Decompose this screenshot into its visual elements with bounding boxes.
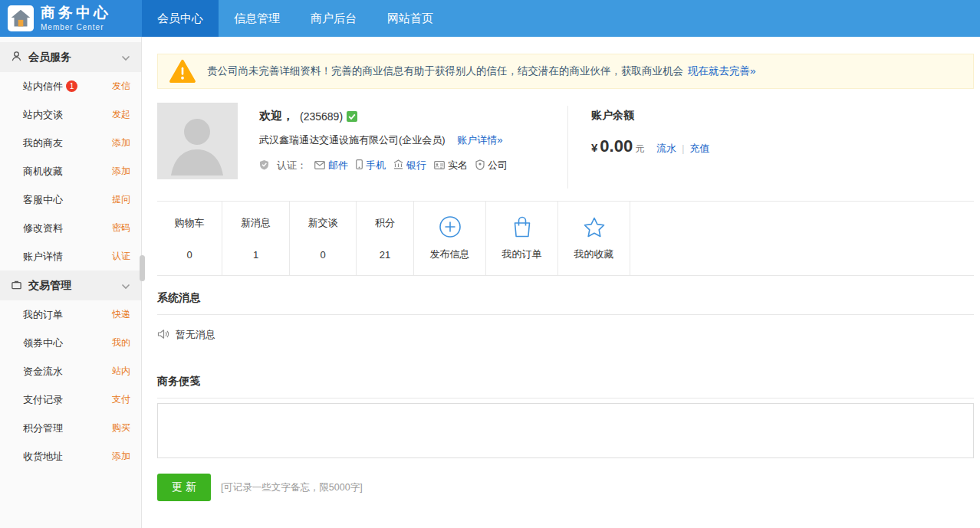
stat-points[interactable]: 积分 21	[357, 202, 414, 275]
balance-unit: 元	[635, 143, 644, 156]
sidebar-item-action[interactable]: 发信	[112, 80, 130, 93]
star-icon	[583, 216, 606, 241]
sidebar-item-action[interactable]: 我的	[112, 336, 130, 349]
profile-section: 欢迎， (235689) 武汉鑫瑞通达交通设施有限公司(企业会员) 账户详情» …	[157, 103, 974, 189]
certification-row: 认证： 邮件 手机 银行 实名	[259, 159, 567, 172]
sidebar-item-orders[interactable]: 我的订单 快递	[0, 300, 141, 329]
sidebar-item-action[interactable]: 支付	[112, 393, 130, 406]
sidebar-item-action[interactable]: 发起	[112, 108, 130, 121]
sidebar-item-action[interactable]: 密码	[112, 221, 130, 234]
briefcase-icon	[11, 279, 22, 293]
sidebar-item-action[interactable]: 添加	[112, 165, 130, 178]
tab-member-center[interactable]: 会员中心	[142, 0, 219, 37]
stat-label: 积分	[375, 216, 395, 230]
action-label: 发布信息	[430, 248, 470, 261]
company-badge-icon	[475, 159, 485, 172]
sidebar-item-action[interactable]: 添加	[112, 450, 130, 463]
action-my-favorites[interactable]: 我的收藏	[558, 202, 630, 275]
cert-label: 认证：	[277, 159, 307, 172]
sidebar-item-action[interactable]: 添加	[112, 136, 130, 149]
sidebar-item-label: 商机收藏	[23, 165, 63, 179]
member-id: (235689)	[300, 110, 343, 123]
sidebar-item-fund-flow[interactable]: 资金流水 站内	[0, 357, 141, 385]
sidebar-item-friends[interactable]: 我的商友 添加	[0, 129, 141, 157]
cert-mobile-link[interactable]: 手机	[366, 159, 386, 172]
cert-bank[interactable]: 银行	[393, 159, 426, 172]
shield-icon	[259, 159, 269, 172]
sidebar-item-action[interactable]: 站内	[112, 365, 130, 378]
cert-realname[interactable]: 实名	[434, 159, 468, 172]
main-nav: 会员中心 信息管理 商户后台 网站首页	[142, 0, 449, 37]
stat-value: 0	[186, 249, 192, 261]
stat-value: 1	[253, 249, 258, 261]
sidebar-item-action[interactable]: 提问	[112, 193, 130, 206]
chevron-down-icon	[121, 280, 130, 292]
sidebar-item-label: 站内交谈	[23, 108, 63, 122]
profile-info: 欢迎， (235689) 武汉鑫瑞通达交通设施有限公司(企业会员) 账户详情» …	[259, 103, 567, 172]
section-title: 交易管理	[28, 279, 71, 293]
sidebar-item-account-details[interactable]: 账户详情 认证	[0, 242, 141, 271]
sidebar-item-favorites[interactable]: 商机收藏 添加	[0, 157, 141, 185]
notes-hint: [可记录一些文字备忘，限5000字]	[221, 481, 363, 494]
bank-icon	[393, 159, 403, 172]
notes-actions: 更 新 [可记录一些文字备忘，限5000字]	[157, 474, 974, 501]
sidebar-item-customer-service[interactable]: 客服中心 提问	[0, 185, 141, 214]
fund-flow-link[interactable]: 流水	[656, 142, 676, 156]
recharge-link[interactable]: 充值	[689, 142, 709, 156]
tab-merchant-backend[interactable]: 商户后台	[295, 0, 372, 37]
stat-new-chats[interactable]: 新交谈 0	[290, 202, 357, 275]
sidebar-section-member-services[interactable]: 会员服务	[0, 42, 141, 72]
sidebar-item-label: 收货地址	[23, 450, 63, 464]
cert-realname-link[interactable]: 实名	[448, 159, 468, 172]
stat-cart[interactable]: 购物车 0	[157, 202, 222, 275]
sidebar-item-payment-records[interactable]: 支付记录 支付	[0, 385, 141, 414]
balance-row: ¥ 0.00 元 流水 | 充值	[591, 136, 709, 156]
sidebar-section-trade-management[interactable]: 交易管理	[0, 271, 141, 300]
cert-bank-link[interactable]: 银行	[406, 159, 426, 172]
sidebar-item-points[interactable]: 积分管理 购买	[0, 414, 141, 442]
cert-company[interactable]: 公司	[475, 159, 508, 172]
bag-icon	[511, 215, 533, 241]
action-my-orders[interactable]: 我的订单	[486, 202, 558, 275]
logo-text: 商务中心 Member Center	[41, 5, 111, 31]
app-logo: 商务中心 Member Center	[0, 0, 142, 37]
sidebar-item-label: 我的订单	[23, 308, 63, 322]
complete-profile-link[interactable]: 现在就去完善»	[688, 64, 756, 78]
profile-completion-banner: 贵公司尚未完善详细资料！完善的商业信息有助于获得别人的信任，结交潜在的商业伙伴，…	[157, 54, 974, 89]
sidebar-item-action[interactable]: 购买	[112, 421, 130, 435]
cert-email[interactable]: 邮件	[314, 159, 348, 172]
sidebar-item-action[interactable]: 快递	[112, 308, 130, 321]
account-detail-link[interactable]: 账户详情»	[457, 134, 502, 146]
tab-site-home[interactable]: 网站首页	[372, 0, 449, 37]
welcome-line: 欢迎， (235689)	[259, 109, 567, 123]
stats-row-filler	[630, 202, 974, 275]
tab-info-management[interactable]: 信息管理	[219, 0, 295, 37]
stat-value: 0	[320, 249, 325, 261]
sidebar-item-label: 站内信件	[23, 80, 63, 93]
sidebar-item-shipping-address[interactable]: 收货地址 添加	[0, 442, 141, 471]
avatar	[157, 103, 238, 179]
sidebar-item-chat[interactable]: 站内交谈 发起	[0, 100, 141, 129]
action-label: 我的订单	[502, 248, 542, 261]
sidebar-item-label: 资金流水	[23, 365, 63, 379]
sidebar-item-coupons[interactable]: 领券中心 我的	[0, 329, 141, 357]
warning-icon	[169, 59, 196, 84]
update-button[interactable]: 更 新	[157, 474, 211, 501]
sidebar-item-edit-profile[interactable]: 修改资料 密码	[0, 214, 141, 242]
sidebar-scrollbar-thumb[interactable]	[140, 255, 145, 281]
stat-new-messages[interactable]: 新消息 1	[222, 202, 290, 275]
system-messages-empty: 暂无消息	[157, 315, 974, 359]
home-logo-icon	[8, 5, 34, 31]
cert-company-link[interactable]: 公司	[488, 159, 508, 172]
action-publish-info[interactable]: 发布信息	[414, 202, 486, 275]
notes-textarea[interactable]	[157, 403, 974, 458]
balance-amount: 0.00	[600, 136, 633, 156]
cert-email-link[interactable]: 邮件	[328, 159, 348, 172]
sidebar-item-label: 客服中心	[23, 193, 63, 207]
sidebar-item-action[interactable]: 认证	[112, 250, 130, 263]
currency-symbol: ¥	[591, 141, 597, 154]
phone-icon	[356, 159, 363, 172]
cert-mobile[interactable]: 手机	[356, 159, 386, 172]
link-separator: |	[682, 143, 684, 154]
sidebar-item-messages[interactable]: 站内信件 1 发信	[0, 72, 141, 100]
